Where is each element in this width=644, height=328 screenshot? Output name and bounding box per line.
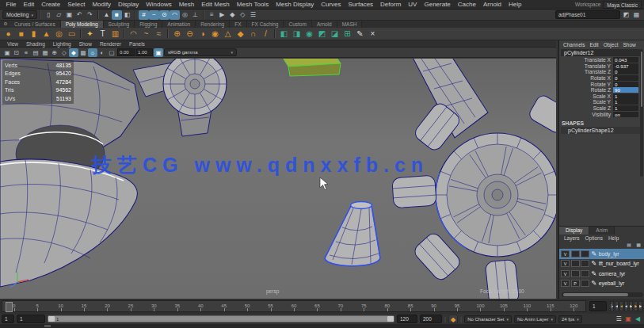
- layer-playback-toggle[interactable]: [571, 270, 580, 277]
- layer-menu-help[interactable]: Help: [606, 235, 621, 241]
- anim-layer-dropdown[interactable]: No Anim Layer▾: [514, 315, 556, 323]
- menu-edit-mesh[interactable]: Edit Mesh: [198, 0, 234, 9]
- boolean-icon[interactable]: ◑: [196, 29, 208, 40]
- step-forward-key-button[interactable]: ▶: [634, 301, 638, 311]
- poly-plane-icon[interactable]: ▭: [66, 29, 78, 40]
- view-transform-dropdown[interactable]: sRGB gamma ▾: [164, 48, 237, 56]
- timeline-tick[interactable]: 60: [282, 301, 305, 311]
- create-empty-layer-icon[interactable]: ▤: [625, 242, 633, 248]
- timeline-tick[interactable]: 35: [166, 301, 189, 311]
- relax-tool-icon[interactable]: ≈: [153, 29, 165, 40]
- menu-cache[interactable]: Cache: [454, 0, 479, 9]
- ipr-render-icon[interactable]: ◇: [238, 10, 248, 20]
- panel-menu-renderer[interactable]: Renderer: [96, 41, 125, 47]
- timeline-tick[interactable]: 30: [143, 301, 166, 311]
- shelf-tab-curves-surfaces[interactable]: Curves / Surfaces: [10, 21, 61, 28]
- channel-value-field[interactable]: 90: [613, 87, 638, 93]
- exposure-field[interactable]: [117, 48, 135, 56]
- character-set-dropdown[interactable]: No Character Set▾: [464, 315, 512, 323]
- textured-icon[interactable]: ▩: [78, 48, 88, 57]
- menu-help[interactable]: Help: [505, 0, 525, 9]
- undo-icon[interactable]: ↶: [74, 10, 85, 20]
- combine-icon[interactable]: ⊕: [171, 29, 183, 40]
- range-start-handle[interactable]: [48, 316, 55, 322]
- layer-editor-scrollbar[interactable]: [562, 292, 643, 297]
- go-to-start-button[interactable]: |◀: [610, 301, 614, 311]
- shelf-tab-fx[interactable]: FX: [230, 21, 246, 28]
- timeline-tick[interactable]: 85: [398, 301, 421, 311]
- model-selected-cone[interactable]: [325, 202, 380, 266]
- layer-menu-layers[interactable]: Layers: [562, 235, 582, 241]
- shelf-gear-icon[interactable]: ⚙: [2, 21, 10, 28]
- channel-value-field[interactable]: 1: [613, 99, 638, 105]
- current-frame-field[interactable]: [589, 301, 607, 311]
- uv-spherical-icon[interactable]: ◉: [303, 29, 315, 40]
- channel-value-field[interactable]: 0: [613, 82, 638, 87]
- poly-cylinder-icon[interactable]: ▮: [28, 29, 40, 40]
- panel-menu-panels[interactable]: Panels: [125, 41, 149, 47]
- menu-mesh-display[interactable]: Mesh Display: [272, 0, 318, 9]
- uv-cylindrical-icon[interactable]: ◨: [291, 29, 303, 40]
- channel-value-field[interactable]: 0: [613, 69, 638, 74]
- crease-tool-icon[interactable]: ✎: [354, 29, 366, 40]
- shelf-tab-animation[interactable]: Animation: [162, 21, 196, 28]
- menu-modify[interactable]: Modify: [89, 0, 115, 9]
- panel-menu-view[interactable]: View: [3, 41, 22, 47]
- timeline-tick[interactable]: 55: [259, 301, 282, 311]
- timeline-tick[interactable]: 65: [306, 301, 329, 311]
- menu-deform[interactable]: Deform: [377, 0, 405, 9]
- make-live-icon[interactable]: ◎: [180, 10, 190, 20]
- auto-keyframe-toggle[interactable]: ◆: [448, 315, 458, 323]
- open-scene-icon[interactable]: ▱: [54, 10, 64, 20]
- timeline-tick[interactable]: 15: [72, 301, 95, 311]
- sculpt-tool-icon[interactable]: ◠: [128, 29, 139, 40]
- layer-color-swatch[interactable]: [581, 270, 589, 277]
- snap-to-point-icon[interactable]: ⊙: [159, 10, 170, 20]
- layer-tab-anim[interactable]: Anim: [589, 227, 615, 235]
- model-bottom-shell[interactable]: [0, 159, 137, 287]
- poly-torus-icon[interactable]: ◎: [53, 29, 65, 40]
- new-scene-icon[interactable]: ▯: [44, 10, 54, 20]
- layer-color-swatch[interactable]: [581, 260, 589, 267]
- menu-surfaces[interactable]: Surfaces: [345, 0, 377, 9]
- object-details-icon[interactable]: ▦: [631, 10, 642, 20]
- panel-menu-lighting[interactable]: Lighting: [49, 41, 75, 47]
- extrude-icon[interactable]: △: [222, 29, 234, 40]
- bridge-icon[interactable]: ∩: [247, 29, 259, 40]
- timeline-tick[interactable]: 95: [445, 301, 468, 311]
- timeline-tick[interactable]: 110: [516, 301, 539, 311]
- menu-create[interactable]: Create: [38, 0, 64, 9]
- timeline-tick[interactable]: 80: [375, 301, 398, 311]
- workspace-dropdown[interactable]: Maya Classic: [603, 1, 642, 9]
- construction-history-icon[interactable]: ≡: [207, 10, 217, 20]
- range-slider-bar[interactable]: 1: [48, 315, 394, 322]
- range-end-handle[interactable]: [387, 316, 394, 322]
- viewport-canvas[interactable]: Verts48135Edges95420Faces47284Tris94562U…: [0, 59, 556, 299]
- model-selected-green[interactable]: [280, 59, 341, 76]
- timeline-tick[interactable]: 40: [189, 301, 212, 311]
- sound-icon[interactable]: ◀: [633, 315, 642, 323]
- select-component-icon[interactable]: ◧: [122, 10, 132, 20]
- shelf-tab-fx-caching[interactable]: FX Caching: [247, 21, 284, 28]
- menu-select[interactable]: Select: [64, 0, 89, 9]
- step-back-key-button[interactable]: ◀: [619, 301, 623, 311]
- type-tool-icon[interactable]: T: [97, 29, 109, 40]
- layer-playback-toggle[interactable]: [571, 260, 580, 267]
- channel-value-field[interactable]: 0.043: [613, 57, 638, 63]
- model-disc-joint[interactable]: [133, 59, 227, 136]
- render-settings-icon[interactable]: ☰: [248, 10, 258, 20]
- shelf-tab-mash[interactable]: MASH: [337, 21, 363, 28]
- poly-sphere-icon[interactable]: ●: [2, 29, 14, 40]
- layer-row[interactable]: V✎body_lyr: [559, 249, 644, 259]
- camera-attributes-icon[interactable]: ≡: [21, 48, 31, 57]
- playback-start-field[interactable]: [17, 315, 45, 323]
- timeline-tick[interactable]: 20: [96, 301, 119, 311]
- timeline-tick[interactable]: 75: [352, 301, 375, 311]
- shelf-tab-poly-modeling[interactable]: Poly Modeling: [61, 21, 104, 28]
- play-backwards-button[interactable]: ◀: [624, 301, 628, 311]
- layer-color-swatch[interactable]: [581, 280, 589, 287]
- menu-curves[interactable]: Curves: [318, 0, 345, 9]
- menu-mesh[interactable]: Mesh: [175, 0, 198, 9]
- timeline-tick[interactable]: 115: [539, 301, 562, 311]
- menu-mesh-tools[interactable]: Mesh Tools: [233, 0, 272, 9]
